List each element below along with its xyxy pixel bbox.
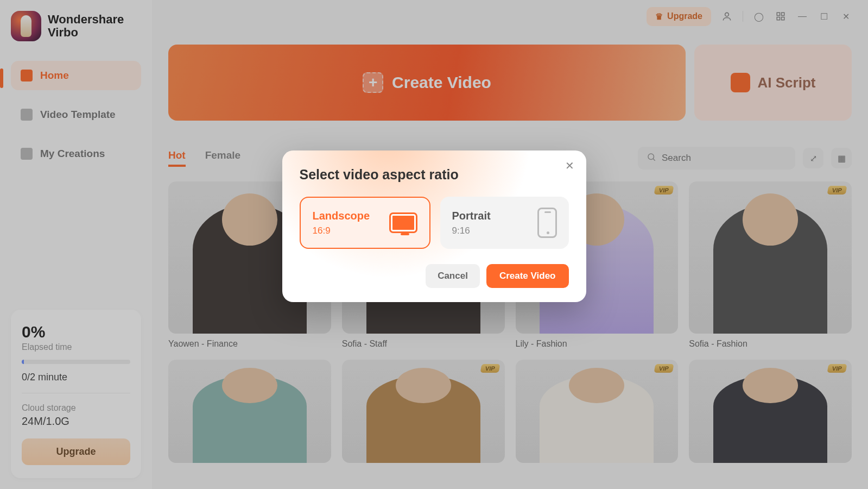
portrait-icon [537,208,557,238]
ratio-option-landscape[interactable]: Landscope 16:9 [300,197,430,249]
modal-title: Select video aspect ratio [300,167,569,183]
create-video-confirm-button[interactable]: Create Video [486,264,569,288]
ratio-option-portrait[interactable]: Portrait 9:16 [440,197,569,249]
ratio-value: 16:9 [313,225,370,236]
ratio-value: 9:16 [452,225,491,236]
ratio-name: Portrait [452,210,491,222]
aspect-ratio-modal: ✕ Select video aspect ratio Landscope 16… [282,151,586,302]
ratio-name: Landscope [313,210,370,222]
cancel-button[interactable]: Cancel [426,264,480,288]
landscape-icon [389,212,417,233]
